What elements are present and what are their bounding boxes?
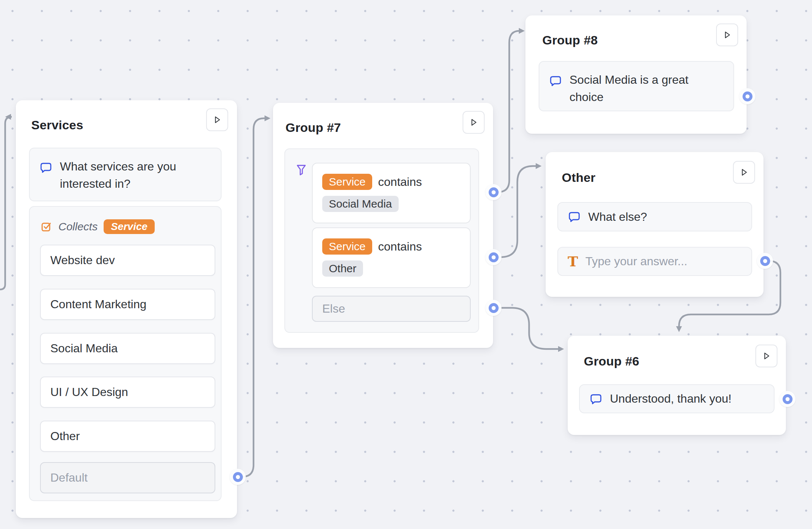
group-card-group8[interactable]: Group #8 Social Media is a great choice bbox=[525, 15, 747, 134]
condition-value-badge: Other bbox=[322, 260, 363, 277]
group-card-other[interactable]: Other What else? T Type your answer... bbox=[546, 152, 764, 297]
play-group-button[interactable] bbox=[716, 24, 738, 46]
group-title: Services bbox=[31, 118, 83, 132]
condition-operator: contains bbox=[378, 240, 422, 253]
play-icon bbox=[739, 167, 749, 177]
output-port-group6[interactable] bbox=[779, 391, 795, 407]
group-card-group6[interactable]: Group #6 Understood, thank you! bbox=[568, 336, 786, 435]
variable-badge[interactable]: Service bbox=[104, 219, 155, 234]
checkbox-icon bbox=[40, 220, 53, 233]
condition-operator: contains bbox=[378, 175, 422, 189]
port-ring bbox=[233, 472, 243, 482]
group-title: Group #8 bbox=[542, 33, 598, 47]
play-icon bbox=[761, 351, 772, 361]
text-input-block[interactable]: T Type your answer... bbox=[557, 247, 752, 276]
condition-item[interactable]: Service contains Other bbox=[312, 227, 471, 288]
connector-entry-to-services[interactable] bbox=[0, 117, 12, 289]
output-port-group8[interactable] bbox=[739, 88, 755, 104]
input-placeholder: Type your answer... bbox=[585, 253, 687, 270]
connector-cond1-to-group8[interactable] bbox=[494, 31, 520, 192]
connector-cond2-to-other[interactable] bbox=[494, 166, 536, 257]
collects-label: Collects bbox=[58, 220, 98, 233]
play-group-button[interactable] bbox=[755, 345, 777, 367]
group-title: Group #6 bbox=[584, 354, 639, 368]
message-text: Understood, thank you! bbox=[610, 390, 732, 407]
flow-canvas[interactable]: Services What services are you intereste… bbox=[0, 0, 812, 529]
choice-item[interactable]: Website dev bbox=[40, 245, 215, 276]
chat-bubble-icon bbox=[568, 210, 581, 223]
port-ring bbox=[489, 252, 499, 262]
output-port-services-default[interactable] bbox=[230, 469, 246, 485]
group-card-services[interactable]: Services What services are you intereste… bbox=[16, 100, 237, 518]
play-group-button[interactable] bbox=[733, 161, 755, 184]
condition-else-item[interactable]: Else bbox=[312, 296, 471, 322]
message-block[interactable]: Social Media is a great choice bbox=[539, 61, 734, 111]
choice-default-item[interactable]: Default bbox=[40, 462, 215, 493]
choice-item[interactable]: Other bbox=[40, 421, 215, 452]
chat-bubble-icon bbox=[549, 74, 562, 87]
port-ring bbox=[783, 394, 793, 404]
group-title: Other bbox=[562, 170, 596, 185]
text-input-icon: T bbox=[568, 255, 578, 268]
condition-variable-badge: Service bbox=[322, 238, 372, 255]
condition-value-badge: Social Media bbox=[322, 196, 399, 212]
port-ring bbox=[489, 187, 499, 197]
output-port-group7-condition2[interactable] bbox=[485, 249, 502, 265]
condition-item[interactable]: Service contains Social Media bbox=[312, 163, 471, 223]
choice-item[interactable]: UI / UX Design bbox=[40, 377, 215, 408]
condition-block[interactable]: Service contains Social Media Service co… bbox=[284, 148, 479, 333]
port-ring bbox=[760, 256, 770, 266]
play-group-button[interactable] bbox=[463, 111, 485, 134]
output-port-other-input[interactable] bbox=[757, 253, 773, 269]
play-group-button[interactable] bbox=[206, 108, 228, 131]
play-icon bbox=[468, 117, 479, 127]
connector-else-to-group6[interactable] bbox=[494, 308, 559, 349]
output-port-group7-else[interactable] bbox=[485, 300, 502, 316]
port-ring bbox=[489, 303, 499, 313]
message-block[interactable]: What else? bbox=[557, 202, 752, 231]
group-card-group7[interactable]: Group #7 Service contains Social Media S… bbox=[273, 103, 493, 348]
play-icon bbox=[722, 30, 732, 40]
connector-default-to-group7[interactable] bbox=[238, 118, 265, 477]
group-title: Group #7 bbox=[285, 120, 341, 135]
chat-bubble-icon bbox=[39, 161, 53, 174]
port-ring bbox=[743, 91, 752, 101]
chat-bubble-icon bbox=[589, 392, 603, 406]
play-icon bbox=[212, 115, 222, 125]
output-port-group7-condition1[interactable] bbox=[485, 184, 502, 200]
choice-input-block[interactable]: Collects Service Website dev Content Mar… bbox=[29, 206, 222, 501]
message-block[interactable]: Understood, thank you! bbox=[579, 384, 775, 413]
choice-item[interactable]: Content Marketing bbox=[40, 289, 215, 320]
message-text: What services are you interested in? bbox=[60, 158, 211, 192]
message-text: What else? bbox=[588, 208, 647, 226]
message-text: Social Media is a great choice bbox=[570, 71, 720, 106]
choice-item[interactable]: Social Media bbox=[40, 333, 215, 364]
condition-variable-badge: Service bbox=[322, 174, 372, 190]
message-block[interactable]: What services are you interested in? bbox=[29, 148, 222, 201]
filter-icon bbox=[295, 163, 308, 177]
